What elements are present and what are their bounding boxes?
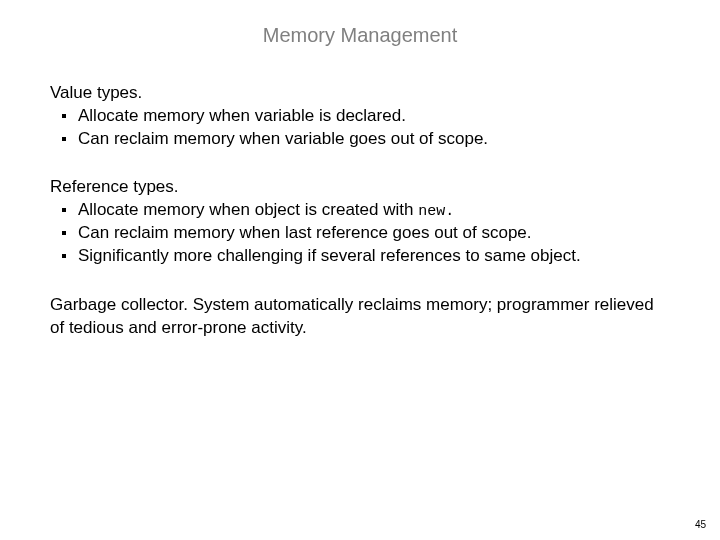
list-item: Allocate memory when object is created w… <box>50 199 670 222</box>
slide: Memory Management Value types. Allocate … <box>0 0 720 540</box>
list-item-text: Can reclaim memory when variable goes ou… <box>78 129 488 148</box>
list-item-text: Significantly more challenging if severa… <box>78 246 581 265</box>
list-item: Allocate memory when variable is declare… <box>50 105 670 128</box>
list-item: Significantly more challenging if severa… <box>50 245 670 268</box>
slide-title: Memory Management <box>50 24 670 47</box>
list-item: Can reclaim memory when variable goes ou… <box>50 128 670 151</box>
list-item-text: Allocate memory when object is created w… <box>78 200 418 219</box>
list-item-text: Allocate memory when variable is declare… <box>78 106 406 125</box>
code-text: new. <box>418 203 454 220</box>
bullet-list-value-types: Allocate memory when variable is declare… <box>50 105 670 151</box>
bullet-list-reference-types: Allocate memory when object is created w… <box>50 199 670 268</box>
section-heading-value-types: Value types. <box>50 83 670 103</box>
page-number: 45 <box>695 519 706 530</box>
paragraph-garbage-collector: Garbage collector. System automatically … <box>50 294 670 340</box>
list-item: Can reclaim memory when last reference g… <box>50 222 670 245</box>
list-item-text: Can reclaim memory when last reference g… <box>78 223 532 242</box>
section-heading-reference-types: Reference types. <box>50 177 670 197</box>
